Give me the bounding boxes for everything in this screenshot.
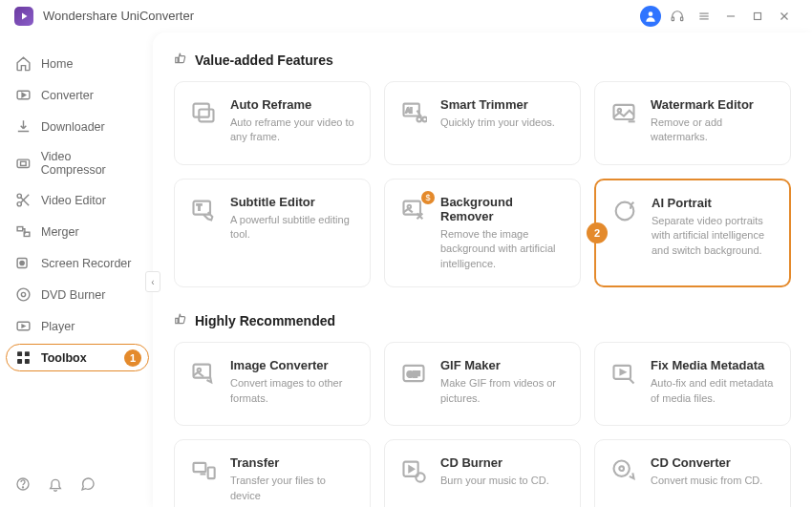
card-auto-reframe[interactable]: Auto ReframeAuto reframe your video to a… [174,81,371,165]
maximize-button[interactable] [744,3,771,30]
card-desc: Separate video portraits with artificial… [652,214,774,258]
cd-burn-icon [400,457,427,484]
sidebar-item-dvd-burner[interactable]: DVD Burner [0,279,153,310]
card-desc: Auto reframe your video to any frame. [230,116,354,145]
card-desc: Make GIF from videos or pictures. [440,376,565,406]
sidebar-item-label: DVD Burner [41,288,105,302]
card-title: AI Portrait [652,196,774,210]
card-image-converter[interactable]: Image ConverterConvert images to other f… [174,342,371,426]
feedback-button[interactable] [80,476,96,496]
card-title: Watermark Editor [651,97,775,112]
card-desc: Auto-fix and edit metadata of media file… [651,376,775,406]
card-title: GIF Maker [440,358,565,372]
sidebar-item-label: Converter [41,89,94,102]
card-desc: Transfer your files to device [230,474,354,503]
card-title: Fix Media Metadata [651,358,775,372]
thumbs-up-icon [174,312,187,328]
sidebar-item-converter[interactable]: Converter [0,79,153,111]
app-title: Wondershare UniConverter [43,9,194,23]
svg-point-34 [417,117,422,122]
titlebar: Wondershare UniConverter [0,0,812,32]
card-title: CD Converter [651,455,762,470]
svg-point-55 [619,467,624,472]
card-desc: Burn your music to CD. [440,474,549,488]
card-ai-portrait[interactable]: 2 AI PortraitSeparate video portraits wi… [594,179,791,287]
svg-rect-11 [17,159,30,167]
thumbs-up-icon [174,52,187,68]
svg-rect-30 [194,104,209,117]
sidebar-item-player[interactable]: Player [0,310,153,342]
card-desc: Convert images to other formats. [230,376,354,406]
compressor-icon [15,156,32,172]
hamburger-menu-button[interactable] [691,3,717,30]
card-watermark-editor[interactable]: Watermark EditorRemove or add watermarks… [594,81,791,165]
home-icon [15,55,32,72]
image-convert-icon [190,360,217,387]
svg-point-13 [17,194,21,198]
svg-rect-31 [199,110,213,122]
svg-point-14 [17,202,21,206]
recorder-icon [15,255,32,271]
sidebar-item-label: Toolbox [41,351,87,365]
svg-rect-26 [17,359,22,364]
converter-icon [15,87,32,103]
user-avatar-button[interactable] [637,3,664,30]
svg-rect-17 [17,227,23,231]
sidebar-item-downloader[interactable]: Downloader [0,111,153,142]
watermark-icon [610,99,637,126]
svg-point-0 [649,11,653,16]
help-button[interactable] [15,476,31,496]
sidebar-item-label: Screen Recorder [41,257,132,270]
svg-rect-1 [672,17,673,21]
cd-convert-icon [610,457,637,484]
section-title-value-added: Value-added Features [174,52,791,68]
card-cd-burner[interactable]: CD BurnerBurn your music to CD. [384,439,581,507]
headset-button[interactable] [664,3,691,30]
portrait-icon [611,198,638,224]
card-fix-metadata[interactable]: Fix Media MetadataAuto-fix and edit meta… [594,342,791,426]
sidebar-item-label: Downloader [41,120,105,134]
card-title: Transfer [230,455,354,470]
dollar-badge: $ [421,191,435,204]
sidebar-item-label: Merger [41,225,79,239]
sidebar-item-screen-recorder[interactable]: Screen Recorder [0,247,153,279]
svg-point-29 [22,487,23,488]
minimize-button[interactable] [717,3,744,30]
sidebar: Home Converter Downloader Video Compress… [0,32,153,507]
svg-text:GIF: GIF [407,370,420,379]
notification-button[interactable] [48,476,63,496]
card-subtitle-editor[interactable]: T Subtitle EditorA powerful subtitle edi… [174,179,371,287]
section-title-recommended: Highly Recommended [174,312,791,328]
svg-rect-24 [17,351,22,356]
close-button[interactable] [771,3,798,30]
sidebar-item-label: Video Compressor [41,150,138,177]
sidebar-item-video-editor[interactable]: Video Editor [0,184,153,216]
sidebar-item-merger[interactable]: Merger [0,216,153,247]
svg-rect-50 [194,463,206,472]
sidebar-collapse-button[interactable]: ‹ [145,271,160,292]
card-gif-maker[interactable]: GIF GIF MakerMake GIF from videos or pic… [384,342,581,426]
metadata-icon [610,360,637,387]
sidebar-item-toolbox[interactable]: Toolbox 1 [0,342,153,373]
card-smart-trimmer[interactable]: AI Smart TrimmerQuickly trim your videos… [384,81,581,165]
sidebar-bottom [15,476,96,496]
sidebar-item-compressor[interactable]: Video Compressor [0,142,153,184]
svg-rect-51 [208,468,215,479]
sidebar-item-label: Video Editor [41,194,106,207]
sidebar-item-home[interactable]: Home [0,48,153,79]
svg-point-54 [614,461,630,476]
card-desc: Convert music from CD. [651,474,762,488]
card-background-remover[interactable]: $ Background RemoverRemove the image bac… [384,179,581,287]
svg-rect-25 [25,351,30,356]
card-title: Background Remover [440,195,565,223]
highlight-badge: 2 [587,222,608,243]
card-transfer[interactable]: TransferTransfer your files to device [174,439,371,507]
svg-text:AI: AI [406,107,413,114]
value-added-grid: Auto ReframeAuto reframe your video to a… [174,81,791,287]
card-cd-converter[interactable]: CD ConverterConvert music from CD. [594,439,791,507]
user-icon [640,6,661,27]
reframe-icon [190,99,217,126]
subtitle-icon: T [190,197,217,223]
card-title: CD Burner [440,455,549,470]
svg-rect-27 [25,359,30,364]
